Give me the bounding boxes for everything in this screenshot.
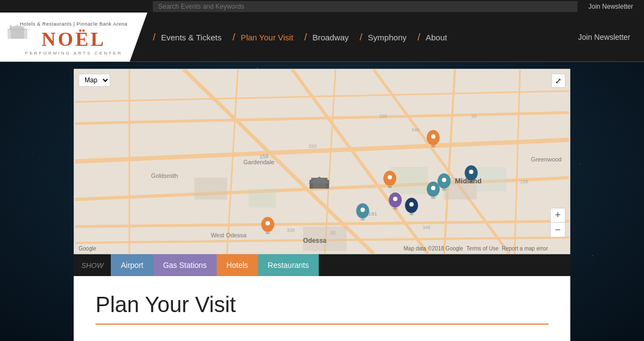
search-area[interactable] <box>153 1 577 12</box>
header: Hotels & Restaurants | Pinnacle Bank Are… <box>0 13 644 62</box>
visit-divider <box>96 324 548 325</box>
svg-rect-19 <box>194 178 227 200</box>
nav-item-plan[interactable]: Plan Your Visit <box>230 13 304 61</box>
svg-text:20: 20 <box>330 230 336 236</box>
filter-restaurants-button[interactable]: Restaurants <box>258 254 319 276</box>
svg-text:Gardendale: Gardendale <box>243 159 275 165</box>
svg-point-41 <box>431 145 436 147</box>
svg-point-51 <box>409 213 414 215</box>
filter-hotels-button[interactable]: Hotels <box>217 254 258 276</box>
svg-point-50 <box>442 178 446 182</box>
join-newsletter-link[interactable]: Join Newsletter <box>588 3 633 10</box>
svg-point-62 <box>469 170 473 174</box>
zoom-out-button[interactable]: − <box>551 223 565 237</box>
nav-item-events[interactable]: Events & Tickets <box>150 13 232 61</box>
map-report-link[interactable]: Report a map error <box>502 246 548 252</box>
svg-text:158: 158 <box>520 179 528 184</box>
svg-point-46 <box>266 221 270 225</box>
join-newsletter-header[interactable]: Join Newsletter <box>564 33 644 41</box>
filter-airport-button[interactable]: Airport <box>111 254 153 276</box>
svg-point-43 <box>387 186 392 188</box>
map-terms-link[interactable]: Terms of Use <box>467 246 499 252</box>
logo-area[interactable]: Hotels & Restaurants | Pinnacle Bank Are… <box>0 13 147 62</box>
logo-name: NOËL <box>20 29 128 49</box>
svg-text:345: 345 <box>412 127 420 133</box>
map-venue-marker <box>308 177 330 189</box>
zoom-in-button[interactable]: + <box>551 208 565 223</box>
svg-point-48 <box>431 186 436 190</box>
map-terms: Map data ©2018 Google Terms of Use Repor… <box>403 246 548 252</box>
svg-point-44 <box>387 175 392 180</box>
fullscreen-icon: ⤢ <box>555 76 562 85</box>
map-svg: 158 250 345 20 191 338 156 20 349 158 Go… <box>74 69 570 254</box>
logo-building-icon <box>7 23 28 40</box>
svg-rect-20 <box>249 189 276 208</box>
visit-section: Plan Your Visit <box>74 276 570 341</box>
svg-point-42 <box>431 134 436 139</box>
show-label: SHOW <box>74 261 111 270</box>
search-input[interactable] <box>153 1 577 12</box>
svg-point-53 <box>361 218 365 220</box>
map-fullscreen-button[interactable]: ⤢ <box>551 74 565 88</box>
svg-point-61 <box>469 181 473 183</box>
nav-item-about[interactable]: About <box>415 13 458 61</box>
svg-text:349: 349 <box>422 225 431 230</box>
nav-item-broadway[interactable]: Broadway <box>301 13 360 61</box>
visit-title: Plan Your Visit <box>96 292 548 317</box>
svg-text:West Odessa: West Odessa <box>211 232 247 238</box>
filter-gas-stations-button[interactable]: Gas Stations <box>153 254 217 276</box>
svg-point-54 <box>361 208 365 212</box>
svg-text:156: 156 <box>379 113 387 119</box>
svg-point-45 <box>266 232 270 234</box>
svg-point-56 <box>393 197 397 201</box>
nav-item-symphony[interactable]: Symphony <box>357 13 418 61</box>
svg-text:338: 338 <box>287 228 295 233</box>
svg-text:250: 250 <box>308 143 317 149</box>
svg-text:191: 191 <box>368 211 378 217</box>
svg-text:Greenwood: Greenwood <box>531 156 562 163</box>
svg-text:20: 20 <box>471 113 476 119</box>
top-bar: Join Newsletter <box>0 0 644 13</box>
map-filter-bar: SHOW Airport Gas Stations Hotels Restaur… <box>74 254 570 276</box>
map-type-select[interactable]: Map <box>79 74 110 87</box>
svg-text:Odessa: Odessa <box>303 237 326 244</box>
map-data-text: Map data ©2018 Google <box>403 246 463 252</box>
svg-point-47 <box>431 197 436 199</box>
map-zoom-controls: + − <box>550 208 565 237</box>
svg-point-55 <box>393 208 397 210</box>
main-nav: / Events & Tickets / Plan Your Visit / B… <box>147 13 644 61</box>
logo-bottom-text: PERFORMING ARTS CENTER <box>20 51 128 56</box>
main-content: Map ⤢ 🧍 + − <box>0 62 644 341</box>
svg-point-52 <box>409 202 414 207</box>
map-toolbar: Map <box>79 74 110 87</box>
svg-text:Goldsmith: Goldsmith <box>151 172 178 179</box>
svg-point-49 <box>442 189 446 191</box>
map-container: Map ⤢ 🧍 + − <box>74 69 570 254</box>
google-logo: Google <box>79 246 96 252</box>
logo-subtitle: Hotels & Restaurants | Pinnacle Bank Are… <box>20 21 128 27</box>
map-attribution: Google <box>79 246 96 252</box>
